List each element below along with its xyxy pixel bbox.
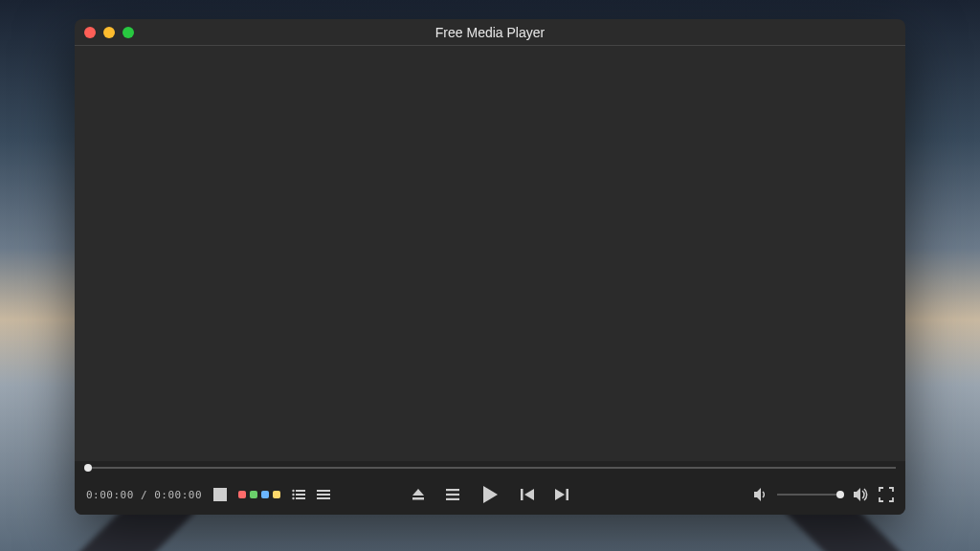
fullscreen-button[interactable] [879,487,894,502]
svg-rect-10 [296,497,305,499]
svg-rect-8 [296,494,305,496]
seek-thumb[interactable] [84,464,92,472]
svg-marker-21 [524,489,534,500]
svg-rect-15 [412,497,424,500]
right-controls [754,487,894,502]
svg-rect-11 [317,490,330,492]
svg-rect-12 [317,494,330,496]
left-controls: 0:00:00 / 0:00:00 [86,488,330,501]
volume-low-icon[interactable] [754,488,768,501]
color-dot-green[interactable] [250,491,257,498]
titlebar: Free Media Player [75,19,905,46]
hamburger-button[interactable] [446,489,459,500]
svg-point-5 [292,490,294,492]
duration-time: 0:00:00 [154,489,202,501]
minimize-icon[interactable] [103,27,115,38]
svg-rect-17 [446,494,459,496]
window-controls [84,27,134,38]
color-labels[interactable] [238,491,280,498]
svg-marker-14 [412,489,424,496]
time-separator: / [134,489,154,501]
svg-rect-6 [296,490,305,492]
menu-button[interactable] [317,489,330,500]
close-icon[interactable] [84,27,96,38]
volume-slider[interactable] [777,494,844,496]
svg-point-7 [292,494,294,496]
grid-view-button[interactable] [213,488,227,501]
svg-rect-23 [567,489,569,500]
svg-rect-20 [521,489,523,500]
current-time: 0:00:00 [86,489,134,501]
svg-rect-13 [317,497,330,499]
play-button[interactable] [480,485,500,504]
svg-rect-0 [213,488,227,501]
maximize-icon[interactable] [122,27,134,38]
svg-marker-25 [854,488,860,501]
svg-rect-18 [446,498,459,500]
video-canvas[interactable] [75,46,905,461]
player-window: Free Media Player 0:00:00 / 0:00:00 [75,19,905,515]
next-button[interactable] [555,488,568,501]
volume-thumb[interactable] [836,491,844,498]
playlist-button[interactable] [292,489,305,500]
window-title: Free Media Player [75,25,905,40]
svg-point-9 [292,497,294,499]
playback-controls [412,485,568,504]
previous-button[interactable] [521,488,534,501]
svg-marker-24 [754,488,761,501]
control-bar: 0:00:00 / 0:00:00 [75,461,905,515]
svg-rect-16 [446,489,459,491]
color-dot-red[interactable] [238,491,246,498]
seek-track [84,467,896,469]
color-dot-blue[interactable] [261,491,269,498]
seek-bar[interactable] [75,461,905,474]
svg-marker-22 [555,489,565,500]
svg-marker-19 [483,486,498,503]
time-display: 0:00:00 / 0:00:00 [86,489,202,501]
color-dot-yellow[interactable] [273,491,280,498]
volume-high-icon[interactable] [854,488,869,501]
eject-button[interactable] [412,488,425,501]
